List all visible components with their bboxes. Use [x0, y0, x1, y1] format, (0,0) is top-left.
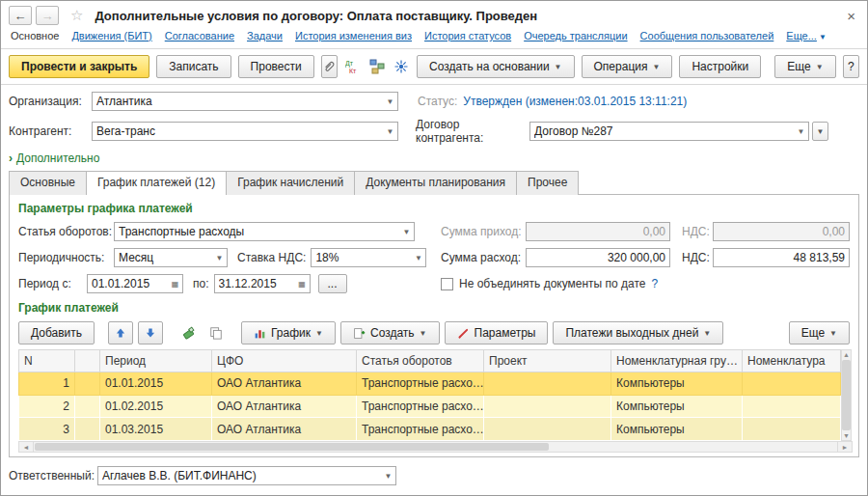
- counterparty-field[interactable]: ▼: [92, 122, 398, 141]
- choose-icon[interactable]: ▼: [383, 123, 397, 140]
- forward-button[interactable]: →: [36, 6, 59, 25]
- document-structure-button[interactable]: [368, 55, 386, 78]
- vertical-scrollbar[interactable]: ▲ ▼: [841, 349, 852, 441]
- post-button[interactable]: Провести: [238, 55, 314, 78]
- period-from-input[interactable]: [88, 275, 168, 292]
- cell-nomenclature-group[interactable]: Компьютеры: [611, 418, 743, 441]
- more-button[interactable]: Еще▼: [774, 55, 835, 78]
- choose-icon[interactable]: ▼: [411, 249, 425, 266]
- create-on-basis-button[interactable]: Создать на основании▼: [417, 55, 574, 78]
- choose-icon[interactable]: ▼: [383, 93, 397, 110]
- cell-nomenclature[interactable]: [743, 372, 841, 396]
- period-to-input[interactable]: [215, 275, 295, 292]
- nav-item-user-messages[interactable]: Сообщения пользователей: [640, 30, 774, 41]
- scroll-down-icon[interactable]: ▼: [843, 432, 850, 439]
- contract-history-button[interactable]: ▼: [812, 122, 828, 141]
- col-turnover-item[interactable]: Статья оборотов: [357, 350, 484, 372]
- scroll-right-icon[interactable]: ►: [837, 442, 852, 452]
- cell-n[interactable]: 3: [19, 418, 75, 441]
- organization-input[interactable]: [93, 93, 383, 110]
- cell-nomenclature[interactable]: [743, 418, 841, 441]
- help-question-link[interactable]: ?: [652, 277, 659, 290]
- cell-turnover-item[interactable]: Транспортные расхо…: [357, 418, 484, 441]
- responsible-input[interactable]: [98, 467, 381, 484]
- calendar-icon[interactable]: ▦: [168, 275, 182, 292]
- choose-icon[interactable]: ▼: [381, 467, 395, 484]
- cell-cfo[interactable]: ОАО Атлантика: [212, 418, 357, 441]
- nav-item-translation-queue[interactable]: Очередь трансляции: [524, 30, 627, 41]
- dont-merge-checkbox[interactable]: [441, 278, 453, 290]
- tab-main[interactable]: Основные: [9, 171, 87, 195]
- tab-payment-schedule[interactable]: График платежей (12): [86, 171, 227, 195]
- nav-item-status-history[interactable]: История статусов: [424, 30, 511, 41]
- horizontal-scroll-track[interactable]: [34, 442, 837, 452]
- cell-turnover-item[interactable]: Транспортные расхо…: [357, 395, 484, 418]
- nav-item-movements[interactable]: Движения (БИТ): [71, 30, 151, 41]
- cell-cfo[interactable]: ОАО Атлантика: [212, 372, 357, 396]
- choose-icon[interactable]: ▼: [399, 223, 414, 240]
- cell-marker[interactable]: [75, 418, 100, 441]
- grid-more-button[interactable]: Еще▼: [789, 321, 850, 344]
- move-down-button[interactable]: [138, 321, 163, 344]
- status-link[interactable]: Утвержден (изменен:03.01.2015 13:11:21): [463, 95, 687, 108]
- show-postings-button[interactable]: ДтКт: [344, 55, 362, 78]
- scroll-left-icon[interactable]: ◄: [19, 442, 34, 452]
- settings-button[interactable]: Настройки: [679, 55, 761, 78]
- nav-item-tasks[interactable]: Задачи: [247, 30, 283, 41]
- col-n[interactable]: N: [19, 350, 75, 372]
- cell-period[interactable]: 01.03.2015: [100, 418, 212, 441]
- chart-button[interactable]: График▼: [241, 321, 336, 344]
- period-to-field[interactable]: ▦: [214, 274, 311, 293]
- back-button[interactable]: ←: [9, 6, 32, 25]
- col-period[interactable]: Период: [100, 350, 212, 372]
- choose-icon[interactable]: ▼: [212, 249, 227, 266]
- horizontal-scrollbar[interactable]: ◄ ►: [18, 441, 853, 453]
- copy-row-button[interactable]: [204, 321, 228, 344]
- cell-nomenclature-group[interactable]: Компьютеры: [611, 372, 743, 396]
- help-button[interactable]: ?: [843, 55, 859, 78]
- expense-vat-field[interactable]: [713, 248, 850, 267]
- bit-service-button[interactable]: [393, 55, 410, 78]
- nav-more-menu[interactable]: Еще...▼: [786, 30, 826, 41]
- col-project[interactable]: Проект: [484, 350, 611, 372]
- table-row[interactable]: 1 01.01.2015 ОАО Атлантика Транспортные …: [19, 372, 841, 396]
- period-from-field[interactable]: ▦: [87, 274, 183, 293]
- tab-planning-documents[interactable]: Документы планирования: [354, 171, 517, 195]
- responsible-field[interactable]: ▼: [97, 466, 396, 485]
- contract-input[interactable]: [530, 123, 794, 140]
- attachments-button[interactable]: [321, 55, 338, 78]
- cell-project[interactable]: [484, 418, 611, 441]
- contract-field[interactable]: ▼: [529, 122, 809, 141]
- move-up-button[interactable]: [108, 321, 133, 344]
- cell-period[interactable]: 01.01.2015: [100, 372, 212, 396]
- additional-group-link[interactable]: › Дополнительно: [9, 152, 99, 165]
- add-row-button[interactable]: Добавить: [18, 321, 95, 344]
- close-button[interactable]: ×: [843, 8, 859, 24]
- cell-project[interactable]: [484, 395, 611, 418]
- parameters-button[interactable]: Параметры: [445, 321, 549, 344]
- tab-other[interactable]: Прочее: [516, 171, 579, 195]
- cell-marker[interactable]: [75, 372, 100, 396]
- turnover-item-input[interactable]: [115, 223, 399, 240]
- vertical-scroll-thumb[interactable]: [842, 360, 851, 430]
- counterparty-input[interactable]: [93, 123, 383, 140]
- calendar-icon[interactable]: ▦: [295, 275, 310, 292]
- table-row[interactable]: 2 01.02.2015 ОАО Атлантика Транспортные …: [19, 395, 841, 418]
- choose-icon[interactable]: ▼: [794, 123, 808, 140]
- expense-sum-input[interactable]: [527, 249, 669, 266]
- col-nomenclature[interactable]: Номенклатура: [743, 350, 841, 372]
- nav-item-approval[interactable]: Согласование: [165, 30, 234, 41]
- write-button[interactable]: Записать: [156, 55, 231, 78]
- cell-nomenclature-group[interactable]: Компьютеры: [611, 395, 743, 418]
- create-documents-button[interactable]: Создать▼: [340, 321, 440, 344]
- tab-accrual-schedule[interactable]: График начислений: [226, 171, 355, 195]
- turnover-item-field[interactable]: ▼: [114, 222, 415, 241]
- organization-field[interactable]: ▼: [92, 92, 398, 111]
- scroll-up-icon[interactable]: ▲: [843, 351, 850, 358]
- vat-rate-input[interactable]: [312, 249, 411, 266]
- post-and-close-button[interactable]: Провести и закрыть: [9, 55, 149, 78]
- period-select-button[interactable]: ...: [318, 274, 347, 293]
- cell-n[interactable]: 1: [19, 372, 75, 396]
- nav-item-main[interactable]: Основное: [11, 30, 59, 41]
- nav-item-visa-history[interactable]: История изменения виз: [295, 30, 412, 41]
